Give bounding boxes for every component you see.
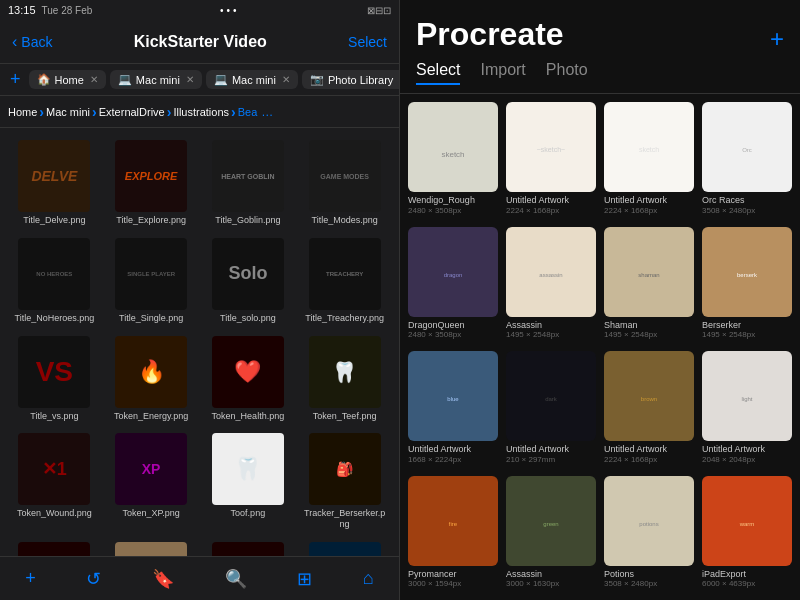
file-name: Title_solo.png: [220, 313, 276, 324]
artwork-dims: 6000 × 4639px: [702, 579, 792, 588]
list-item[interactable]: 🗺️ WorldMap.png: [105, 538, 198, 556]
list-item[interactable]: NO HEROES Title_NoHeroes.png: [8, 234, 101, 328]
tab-mac-mini-1[interactable]: 💻 Mac mini ✕: [110, 70, 202, 89]
svg-text:fire: fire: [449, 521, 458, 527]
artwork-item[interactable]: blue Untitled Artwork 1668 × 2224px: [408, 351, 498, 468]
breadcrumb-external[interactable]: ExternalDrive: [99, 106, 165, 118]
tab-mac2-close-icon[interactable]: ✕: [282, 74, 290, 85]
artwork-item[interactable]: dark Untitled Artwork 210 × 297mm: [506, 351, 596, 468]
breadcrumb-bea[interactable]: Bea: [238, 106, 258, 118]
artwork-name: Untitled Artwork: [506, 195, 596, 206]
tab-home[interactable]: 🏠 Home ✕: [29, 70, 106, 89]
list-item[interactable]: 🦷 Token_Teef.png: [298, 332, 391, 426]
artwork-dims: 3000 × 1630px: [506, 579, 596, 588]
list-item[interactable]: DELVE Title_Delve.png: [8, 136, 101, 230]
artwork-item[interactable]: ~sketch~ Untitled Artwork 2224 × 1668px: [506, 102, 596, 219]
file-name: Toof.png: [231, 508, 266, 519]
breadcrumb-illustrations[interactable]: Illustrations: [173, 106, 229, 118]
home-button[interactable]: ⌂: [355, 560, 382, 597]
list-item[interactable]: TREACHERY Title_Treachery.png: [298, 234, 391, 328]
svg-text:light: light: [741, 396, 752, 402]
svg-text:Orc: Orc: [742, 147, 752, 153]
artwork-name: Untitled Artwork: [702, 444, 792, 455]
artwork-item[interactable]: dragon DragonQueen 2480 × 3508px: [408, 227, 498, 344]
artwork-dims: 1495 × 2548px: [506, 330, 596, 339]
procreate-header: Procreate +: [400, 0, 800, 61]
procreate-title: Procreate: [416, 16, 564, 53]
tab-home-close-icon[interactable]: ✕: [90, 74, 98, 85]
artwork-dims: 2224 × 1668px: [506, 206, 596, 215]
artwork-dims: 3000 × 1594px: [408, 579, 498, 588]
tab-add-button[interactable]: +: [6, 69, 25, 90]
artwork-dims: 2224 × 1668px: [604, 455, 694, 464]
refresh-button[interactable]: ↺: [78, 560, 109, 598]
mac-mini-1-label: Mac mini: [136, 74, 180, 86]
list-item[interactable]: Ps Box Art.psd: [298, 538, 391, 556]
select-button[interactable]: Select: [348, 34, 387, 50]
list-item[interactable]: 🔥 Token_Energy.png: [105, 332, 198, 426]
list-item[interactable]: 🦷 Toof.png: [202, 429, 295, 534]
file-name: Title_Goblin.png: [215, 215, 280, 226]
artwork-name: Untitled Artwork: [604, 444, 694, 455]
artwork-item[interactable]: Orc Orc Races 3508 × 2480px: [702, 102, 792, 219]
tab-mac-mini-2[interactable]: 💻 Mac mini ✕: [206, 70, 298, 89]
artwork-item[interactable]: berserk Berserker 1495 × 2548px: [702, 227, 792, 344]
artwork-item[interactable]: sketch Untitled Artwork 2224 × 1668px: [604, 102, 694, 219]
add-button[interactable]: +: [17, 560, 44, 597]
list-item[interactable]: HEART GOBLIN Title_Goblin.png: [202, 136, 295, 230]
bookmark-button[interactable]: 🔖: [144, 560, 182, 598]
file-name: Token_Energy.png: [114, 411, 188, 422]
file-name: Token_Wound.png: [17, 508, 92, 519]
list-item[interactable]: GAME MODES Title_Modes.png: [298, 136, 391, 230]
procreate-add-button[interactable]: +: [770, 25, 784, 53]
list-item[interactable]: XP Token_XP.png: [105, 429, 198, 534]
tab-photo-library[interactable]: 📷 Photo Library ✕: [302, 70, 399, 89]
svg-text:sketch: sketch: [639, 146, 659, 153]
artwork-name: Untitled Artwork: [408, 444, 498, 455]
artwork-name: Assassin: [506, 569, 596, 580]
artwork-item[interactable]: green Assassin 3000 × 1630px: [506, 476, 596, 593]
artwork-item[interactable]: brown Untitled Artwork 2224 × 1668px: [604, 351, 694, 468]
list-button[interactable]: ⊞: [289, 560, 320, 598]
list-item[interactable]: ✕1 Token_Wound.png: [8, 429, 101, 534]
svg-text:potions: potions: [639, 521, 658, 527]
artwork-item[interactable]: shaman Shaman 1495 × 2548px: [604, 227, 694, 344]
list-item[interactable]: ❤️ Token_Health.png: [202, 332, 295, 426]
artwork-item[interactable]: potions Potions 3508 × 2480px: [604, 476, 694, 593]
artwork-item[interactable]: fire Pyromancer 3000 × 1594px: [408, 476, 498, 593]
search-button[interactable]: 🔍: [217, 560, 255, 598]
file-name: Title_Delve.png: [23, 215, 85, 226]
artwork-item[interactable]: warm iPadExport 6000 × 4639px: [702, 476, 792, 593]
artwork-item[interactable]: assassin Assassin 1495 × 2548px: [506, 227, 596, 344]
svg-text:sketch: sketch: [441, 150, 464, 159]
list-item[interactable]: 🃏 Tracker_Card.png: [8, 538, 101, 556]
file-name: Token_Teef.png: [313, 411, 377, 422]
back-button[interactable]: ‹ Back: [12, 33, 52, 51]
list-item[interactable]: VS Title_vs.png: [8, 332, 101, 426]
list-item[interactable]: ⚡ Wound.png: [202, 538, 295, 556]
tab-import[interactable]: Import: [480, 61, 525, 85]
nav-title: KickStarter Video: [134, 33, 267, 51]
list-item[interactable]: Solo Title_solo.png: [202, 234, 295, 328]
artwork-name: Potions: [604, 569, 694, 580]
artwork-name: Berserker: [702, 320, 792, 331]
svg-text:~sketch~: ~sketch~: [537, 146, 565, 153]
list-item[interactable]: SINGLE PLAYER Title_Single.png: [105, 234, 198, 328]
tab-select[interactable]: Select: [416, 61, 460, 85]
breadcrumb-macmini[interactable]: Mac mini: [46, 106, 90, 118]
back-chevron-icon: ‹: [12, 33, 17, 51]
tab-photo[interactable]: Photo: [546, 61, 588, 85]
list-item[interactable]: 🎒 Tracker_Berserker.png: [298, 429, 391, 534]
list-item[interactable]: EXPLORE Title_Explore.png: [105, 136, 198, 230]
artwork-item[interactable]: sketch Wendigo_Rough 2480 × 3508px: [408, 102, 498, 219]
artwork-name: Untitled Artwork: [506, 444, 596, 455]
svg-text:dragon: dragon: [444, 272, 463, 278]
tab-mac1-close-icon[interactable]: ✕: [186, 74, 194, 85]
left-panel: 13:15 Tue 28 Feb ••• ⊠⊟⊡ ‹ Back KickStar…: [0, 0, 400, 600]
artwork-dims: 2224 × 1668px: [604, 206, 694, 215]
artwork-item[interactable]: light Untitled Artwork 2048 × 2048px: [702, 351, 792, 468]
file-name: Token_XP.png: [122, 508, 179, 519]
svg-text:assassin: assassin: [539, 272, 562, 278]
breadcrumb-home[interactable]: Home: [8, 106, 37, 118]
artwork-name: Assassin: [506, 320, 596, 331]
